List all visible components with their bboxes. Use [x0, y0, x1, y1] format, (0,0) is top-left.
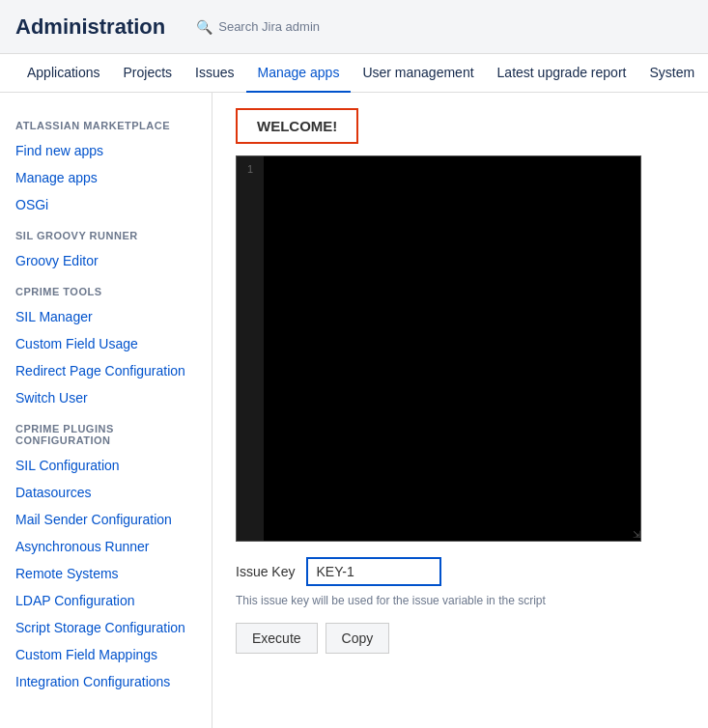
page-layout: ATLASSIAN MARKETPLACE Find new apps Mana… [0, 93, 708, 728]
search-placeholder: Search Jira admin [218, 19, 320, 34]
welcome-button[interactable]: WELCOME! [236, 108, 358, 144]
sidebar-link-script-storage-config[interactable]: Script Storage Configuration [0, 614, 212, 641]
nav-issues[interactable]: Issues [184, 54, 245, 93]
sidebar-link-osgi[interactable]: OSGi [0, 191, 212, 218]
issue-key-label: Issue Key [236, 564, 295, 579]
action-buttons: Execute Copy [236, 623, 685, 654]
sidebar-link-redirect-page-config[interactable]: Redirect Page Configuration [0, 357, 212, 384]
sidebar-link-custom-field-usage[interactable]: Custom Field Usage [0, 330, 212, 357]
header: Administration 🔍 Search Jira admin [0, 0, 708, 54]
nav-applications[interactable]: Applications [15, 54, 112, 93]
main-content: WELCOME! 1 ⇲ Issue Key This issue key wi… [212, 93, 708, 728]
search-bar[interactable]: 🔍 Search Jira admin [196, 19, 320, 35]
issue-key-input[interactable] [306, 557, 441, 586]
resize-handle[interactable]: ⇲ [629, 529, 640, 541]
sidebar-section-sil-groovy-runner: SIL GROOVY RUNNER [0, 218, 212, 247]
app-title: Administration [15, 14, 165, 40]
sidebar-link-integration-configurations[interactable]: Integration Configurations [0, 668, 212, 695]
sidebar-link-asynchronous-runner[interactable]: Asynchronous Runner [0, 533, 212, 560]
execute-button[interactable]: Execute [236, 623, 318, 654]
sidebar-link-find-new-apps[interactable]: Find new apps [0, 137, 212, 164]
sidebar-link-ldap-config[interactable]: LDAP Configuration [0, 587, 212, 614]
sidebar-link-custom-field-mappings[interactable]: Custom Field Mappings [0, 641, 212, 668]
search-icon: 🔍 [196, 19, 212, 35]
sidebar-link-groovy-editor[interactable]: Groovy Editor [0, 247, 212, 274]
sidebar: ATLASSIAN MARKETPLACE Find new apps Mana… [0, 93, 212, 728]
top-nav: Applications Projects Issues Manage apps… [0, 54, 708, 93]
line-numbers: 1 [237, 156, 264, 541]
sidebar-link-manage-apps[interactable]: Manage apps [0, 164, 212, 191]
sidebar-link-datasources[interactable]: Datasources [0, 479, 212, 506]
code-editor[interactable]: 1 ⇲ [236, 155, 641, 542]
line-number-1: 1 [247, 160, 253, 178]
copy-button[interactable]: Copy [326, 623, 390, 654]
sidebar-link-remote-systems[interactable]: Remote Systems [0, 560, 212, 587]
sidebar-link-sil-manager[interactable]: SIL Manager [0, 303, 212, 330]
nav-latest-upgrade-report[interactable]: Latest upgrade report [486, 54, 638, 93]
sidebar-link-switch-user[interactable]: Switch User [0, 384, 212, 411]
sidebar-section-atlassian-marketplace: ATLASSIAN MARKETPLACE [0, 108, 212, 137]
nav-projects[interactable]: Projects [112, 54, 184, 93]
sidebar-section-cprime-tools: CPRIME TOOLS [0, 274, 212, 303]
nav-system[interactable]: System [637, 54, 706, 93]
sidebar-section-cprime-plugins-config: CPRIME PLUGINS CONFIGURATION [0, 411, 212, 452]
sidebar-link-mail-sender-config[interactable]: Mail Sender Configuration [0, 506, 212, 533]
sidebar-link-sil-configuration[interactable]: SIL Configuration [0, 452, 212, 479]
nav-user-management[interactable]: User management [351, 54, 485, 93]
nav-manage-apps[interactable]: Manage apps [246, 54, 352, 93]
issue-key-row: Issue Key [236, 557, 685, 586]
issue-key-hint: This issue key will be used for the issu… [236, 594, 685, 607]
